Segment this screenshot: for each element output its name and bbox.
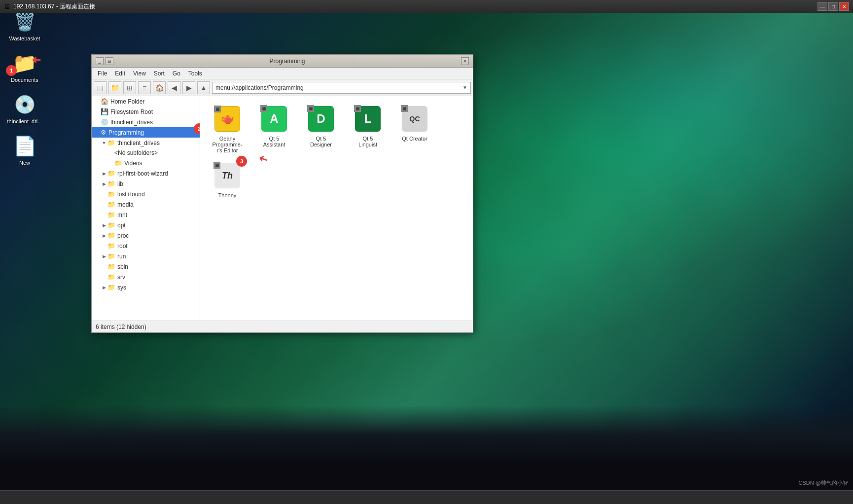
- menu-edit[interactable]: Edit: [111, 69, 129, 78]
- thonny-text: Th: [222, 171, 233, 181]
- sidebar-item-opt[interactable]: ▶ 📁 opt: [92, 220, 200, 230]
- menu-tools[interactable]: Tools: [184, 69, 206, 78]
- desktop: 🗑️ Wastebasket 📁 Documents 1 ➜ 💿 thincli…: [0, 0, 853, 504]
- sidebar-label-thinclient: thinclient_drives: [110, 119, 153, 126]
- qt5l-icon: ⬛ L: [355, 106, 381, 132]
- geany-teapot-icon: 🫖: [221, 112, 234, 125]
- sidebar-label-lib: lib: [117, 180, 123, 187]
- title-close-btn[interactable]: ✕: [461, 57, 469, 65]
- address-bar[interactable]: menu://applications/Programming ▼: [212, 82, 471, 94]
- mountain-silhouette: [0, 405, 853, 504]
- sidebar-label-sbin: sbin: [117, 263, 128, 270]
- forward-btn[interactable]: ▶: [182, 81, 195, 94]
- sidebar-label-lost: lost+found: [117, 191, 145, 198]
- file-item-qt5l[interactable]: ⬛ L Qt 5Linguist: [346, 101, 390, 155]
- sidebar-label-home: Home Folder: [110, 98, 144, 105]
- menu-sort[interactable]: Sort: [150, 69, 169, 78]
- sidebar-label-rpi: rpi-first-boot-wizard: [117, 170, 168, 177]
- sidebar-item-root[interactable]: 📁 root: [92, 241, 200, 251]
- title-minimize-btn[interactable]: _: [96, 57, 104, 65]
- sidebar-item-proc[interactable]: ▶ 📁 proc: [92, 230, 200, 241]
- expand-mnt: [101, 212, 107, 218]
- sidebar-label-srv: srv: [117, 274, 125, 281]
- thonny-marker: ⬛: [213, 162, 220, 169]
- sidebar-item-filesystem[interactable]: 💾 Filesystem Root: [92, 107, 200, 117]
- badge-2: 2: [194, 123, 200, 134]
- sidebar-item-run[interactable]: ▶ 📁 run: [92, 251, 200, 261]
- folder-btn[interactable]: 📁: [108, 81, 121, 94]
- menu-file[interactable]: File: [94, 69, 111, 78]
- sidebar-item-sbin[interactable]: 📁 sbin: [92, 261, 200, 272]
- arrow-1: ➜: [32, 54, 41, 67]
- file-item-qtc[interactable]: ⬛ QC Qt Creator: [392, 101, 437, 155]
- minimize-btn[interactable]: —: [817, 2, 827, 11]
- window-controls: — □ ✕: [817, 2, 849, 11]
- qtc-text: QC: [410, 115, 420, 123]
- status-text: 6 items (12 hidden): [96, 324, 146, 330]
- sidebar-item-thinclient2[interactable]: ▼ 📁 thinclient_drives: [92, 138, 200, 148]
- file-item-geany[interactable]: ⬛ 🫖 GeanyProgramme-r's Editor: [205, 101, 249, 155]
- expand-rpi: ▶: [101, 170, 107, 177]
- address-dropdown-btn[interactable]: ▼: [462, 85, 467, 90]
- qt5a-icon: ⬛ A: [261, 106, 287, 132]
- sidebar-item-media[interactable]: 📁 media: [92, 199, 200, 210]
- qtc-icon-wrapper: ⬛ QC: [399, 103, 430, 135]
- sidebar-item-lib[interactable]: ▶ 📁 lib: [92, 179, 200, 189]
- sidebar-item-lost[interactable]: 📁 lost+found: [92, 189, 200, 199]
- wastebasket-icon: 🗑️: [13, 10, 36, 34]
- file-item-qt5a[interactable]: ⬛ A Qt 5Assistant: [252, 101, 296, 155]
- qt5a-label: Qt 5Assistant: [263, 136, 285, 147]
- menu-go[interactable]: Go: [169, 69, 184, 78]
- grid-view-btn[interactable]: ⊞: [123, 81, 136, 94]
- sidebar-item-thinclient[interactable]: 💿 thinclient_drives: [92, 117, 200, 127]
- thonny-icon-wrapper: ⬛ Th 3 ➜: [212, 160, 243, 191]
- remote-title-bar: 🖥 192.168.103.67 - 远程桌面连接 — □ ✕: [0, 0, 853, 13]
- sidebar-label-thinclient2: thinclient_drives: [117, 140, 160, 146]
- list-view-btn[interactable]: ≡: [138, 81, 151, 94]
- desktop-icon-new[interactable]: 📄 New: [5, 134, 44, 166]
- desktop-icon-wastebasket[interactable]: 🗑️ Wastebasket: [5, 10, 44, 41]
- menu-view[interactable]: View: [129, 69, 150, 78]
- sidebar-item-home[interactable]: 🏠 Home Folder: [92, 96, 200, 107]
- sidebar-label-videos: Videos: [124, 160, 142, 167]
- expand-fs: [94, 108, 101, 115]
- file-grid: ⬛ 🫖 GeanyProgramme-r's Editor ⬛ A Qt: [200, 96, 473, 321]
- expand-sys: ▶: [101, 284, 107, 291]
- status-bar: 6 items (12 hidden): [92, 321, 473, 332]
- expand-thinclient: [94, 119, 101, 126]
- sidebar-item-videos[interactable]: 📁 Videos: [92, 158, 200, 168]
- qtc-marker: ⬛: [401, 105, 408, 112]
- qt5a-text: A: [270, 112, 278, 126]
- sidebar-label-proc: proc: [117, 232, 129, 239]
- sidebar-item-srv[interactable]: 📁 srv: [92, 272, 200, 282]
- up-btn[interactable]: ▲: [197, 81, 210, 94]
- maximize-btn[interactable]: □: [828, 2, 838, 11]
- file-item-qt5d[interactable]: ⬛ D Qt 5Designer: [299, 101, 343, 155]
- menu-bar: File Edit View Sort Go Tools: [92, 68, 473, 79]
- desktop-icon-drive[interactable]: 💿 thinclient_dri...: [5, 93, 44, 124]
- file-manager-window: _ ⊟ Programming ✕ File Edit View Sort Go…: [91, 54, 473, 333]
- sidebar-item-sys[interactable]: ▶ 📁 sys: [92, 282, 200, 292]
- sidebar-item-rpi[interactable]: ▶ 📁 rpi-first-boot-wizard: [92, 168, 200, 179]
- home-btn[interactable]: 🏠: [153, 81, 166, 94]
- expand-thinclient2: ▼: [101, 140, 107, 146]
- content-area: 🏠 Home Folder 💾 Filesystem Root 💿 thincl…: [92, 96, 473, 321]
- desktop-icon-documents[interactable]: 📁 Documents 1 ➜: [5, 51, 44, 83]
- watermark: CSDN @帅气的小智: [799, 479, 848, 487]
- qtc-label: Qt Creator: [402, 136, 427, 142]
- toolbar: ▤ 📁 ⊞ ≡ 🏠 ◀ ▶ ▲ menu://applications/Prog…: [92, 79, 473, 96]
- sidebar-item-programming[interactable]: ⚙ Programming 2 ➜: [92, 127, 200, 138]
- sidebar-label-programming: Programming: [108, 129, 144, 136]
- sidebar-item-mnt[interactable]: 📁 mnt: [92, 210, 200, 220]
- qt5l-marker: ⬛: [354, 105, 361, 112]
- sidebar-label-opt: opt: [117, 222, 126, 229]
- remote-title-text: 192.168.103.67 - 远程桌面连接: [13, 2, 817, 11]
- qt5d-marker: ⬛: [307, 105, 314, 112]
- file-item-thonny[interactable]: ⬛ Th 3 ➜ Thonny: [205, 158, 249, 200]
- close-btn[interactable]: ✕: [839, 2, 849, 11]
- back-btn[interactable]: ◀: [168, 81, 180, 94]
- expand-home: [94, 98, 101, 105]
- title-iconify-btn[interactable]: ⊟: [106, 57, 113, 65]
- panel-btn[interactable]: ▤: [94, 81, 107, 94]
- qtc-icon: ⬛ QC: [402, 106, 427, 132]
